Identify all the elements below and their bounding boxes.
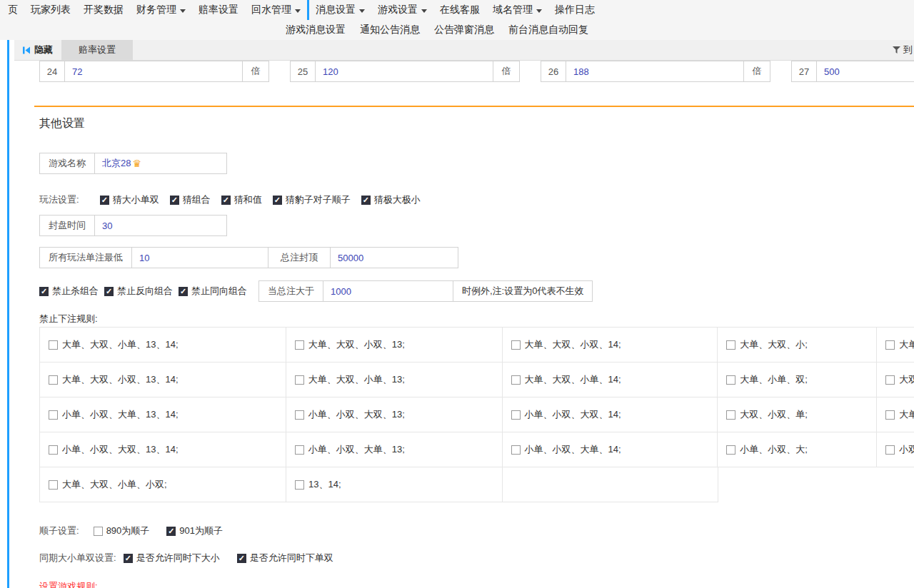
rule-cell[interactable]: 小单、小双、大双、13; [286, 397, 503, 432]
rule-cell[interactable]: 大双、 [877, 363, 914, 397]
rule-cell[interactable]: 大单、大双、小双、13; [286, 328, 503, 363]
nav-item-home-cut[interactable]: 页 [1, 0, 24, 20]
tab-right-action[interactable]: 到 [893, 40, 913, 60]
rule-cell[interactable]: 小单、小双、大双、13、14; [40, 432, 286, 467]
rule-cell[interactable]: 13、14; [286, 467, 503, 502]
rule-cell[interactable]: 小单、小双、大单、13、14; [40, 397, 286, 432]
subnav-item-popup[interactable]: 公告弹窗消息 [427, 20, 501, 40]
checkbox[interactable] [361, 196, 371, 205]
checkbox[interactable] [885, 340, 895, 350]
rule-cell[interactable]: 大单、 [877, 397, 914, 432]
same-period-option[interactable]: 是否允许同时下大小 [124, 552, 220, 564]
rule-cell[interactable]: 大单、大双、小双、14; [503, 328, 718, 363]
main-content: 24 倍 25 倍 26 倍 27 倍 [14, 61, 914, 588]
rule-cell[interactable]: 大单、大双、小单、小双; [40, 467, 286, 502]
checkbox[interactable] [511, 340, 521, 350]
checkbox[interactable] [49, 340, 58, 350]
nav-item-logs[interactable]: 操作日志 [548, 0, 601, 20]
nav-item-player-list[interactable]: 玩家列表 [24, 0, 77, 20]
rule-cell[interactable]: 大单、大双、小; [718, 328, 877, 363]
rule-cell[interactable]: 小单、小双、大; [718, 432, 877, 467]
total-gt-input[interactable] [323, 286, 453, 297]
checkbox[interactable] [511, 410, 521, 420]
nav-item-message[interactable]: 消息设置 [307, 0, 371, 20]
checkbox[interactable] [511, 445, 521, 455]
straight-option[interactable]: 901为顺子 [166, 524, 223, 537]
checkbox[interactable] [295, 480, 304, 490]
checkbox[interactable] [273, 196, 282, 205]
odds-value-input[interactable] [566, 66, 743, 77]
play-option[interactable]: 猜和值 [221, 193, 262, 206]
rule-cell[interactable]: 小单、小双、大单、13; [286, 432, 503, 467]
rule-cell[interactable]: 大单、 [877, 328, 914, 363]
straight-option[interactable]: 890为顺子 [94, 524, 150, 537]
nav-item-domain[interactable]: 域名管理 [486, 0, 548, 20]
play-option[interactable]: 猜极大极小 [361, 193, 421, 206]
close-time-input[interactable] [95, 220, 226, 231]
max-total-input[interactable] [331, 253, 458, 263]
checkbox[interactable] [295, 410, 304, 420]
subnav-item-auto-reply[interactable]: 前台消息自动回复 [501, 20, 596, 40]
rule-cell[interactable]: 小单、小双、大双、14; [503, 397, 718, 432]
nav-item-odds[interactable]: 赔率设置 [192, 0, 245, 20]
checkbox[interactable] [237, 554, 246, 563]
forbid-option[interactable]: 禁止杀组合 [39, 285, 99, 298]
checkbox[interactable] [49, 410, 58, 420]
checkbox[interactable] [170, 196, 179, 205]
checkbox[interactable] [885, 375, 895, 385]
odds-value-input[interactable] [817, 66, 914, 77]
rule-cell[interactable]: 大单、大双、小单、13、14; [40, 328, 286, 363]
checkbox[interactable] [124, 554, 133, 563]
forbid-option[interactable]: 禁止同向组合 [179, 285, 247, 298]
nav-item-finance[interactable]: 财务管理 [130, 0, 192, 20]
rule-cell[interactable]: 小双、 [877, 432, 914, 467]
rule-cell[interactable]: 大单、大双、小双、13、14; [40, 363, 286, 397]
checkbox[interactable] [49, 375, 58, 385]
nav-item-rebate[interactable]: 回水管理 [245, 0, 307, 20]
subnav-item-game-message[interactable]: 游戏消息设置 [278, 20, 353, 40]
nav-item-game-settings[interactable]: 游戏设置 [371, 0, 433, 20]
checkbox[interactable] [726, 445, 735, 455]
checkbox[interactable] [49, 445, 58, 455]
checkbox[interactable] [39, 287, 49, 296]
odds-value-input[interactable] [316, 66, 493, 77]
rule-label: 大双、小双、单; [740, 408, 808, 421]
odds-value-input[interactable] [65, 66, 242, 77]
rule-cell[interactable]: 大双、小双、单; [718, 397, 877, 432]
checkbox[interactable] [726, 410, 735, 420]
checkbox[interactable] [94, 527, 103, 536]
checkbox[interactable] [726, 340, 735, 350]
play-option[interactable]: 猜组合 [170, 193, 211, 206]
checkbox[interactable] [511, 375, 521, 385]
checkbox-label: 猜大小单双 [113, 193, 159, 206]
play-option[interactable]: 猜大小单双 [100, 193, 159, 206]
game-name-input[interactable]: 北京28 ♛ [94, 153, 227, 174]
checkbox[interactable] [295, 340, 304, 350]
forbid-option[interactable]: 禁止反向组合 [104, 285, 173, 298]
rule-cell[interactable]: 大单、大双、小单、14; [503, 363, 718, 397]
hide-sidebar-button[interactable]: 隐藏 [14, 40, 61, 60]
checkbox[interactable] [885, 410, 895, 420]
checkbox[interactable] [104, 287, 114, 296]
straight-settings-row: 顺子设置: 890为顺子 901为顺子 [39, 524, 914, 537]
same-period-option[interactable]: 是否允许同时下单双 [237, 552, 333, 564]
checkbox[interactable] [179, 287, 188, 296]
checkbox[interactable] [295, 445, 304, 455]
checkbox[interactable] [726, 375, 735, 385]
rule-cell[interactable]: 大单、大双、小单、13; [286, 363, 503, 397]
tab-odds-settings[interactable]: 赔率设置 [61, 40, 133, 60]
min-bet-input[interactable] [132, 253, 268, 263]
checkbox[interactable] [885, 445, 895, 455]
odds-group: 24 倍 [39, 61, 269, 82]
checkbox[interactable] [49, 480, 58, 490]
checkbox[interactable] [166, 527, 176, 536]
rule-cell[interactable]: 小单、小双、大单、14; [503, 432, 718, 467]
subnav-item-notice[interactable]: 通知公告消息 [353, 20, 427, 40]
nav-item-support[interactable]: 在线客服 [433, 0, 486, 20]
checkbox[interactable] [100, 196, 109, 205]
checkbox[interactable] [295, 375, 304, 385]
nav-item-draw-data[interactable]: 开奖数据 [77, 0, 130, 20]
rule-cell[interactable]: 大单、小单、双; [718, 363, 877, 397]
play-option[interactable]: 猜豹子对子顺子 [273, 193, 351, 206]
checkbox[interactable] [221, 196, 231, 205]
